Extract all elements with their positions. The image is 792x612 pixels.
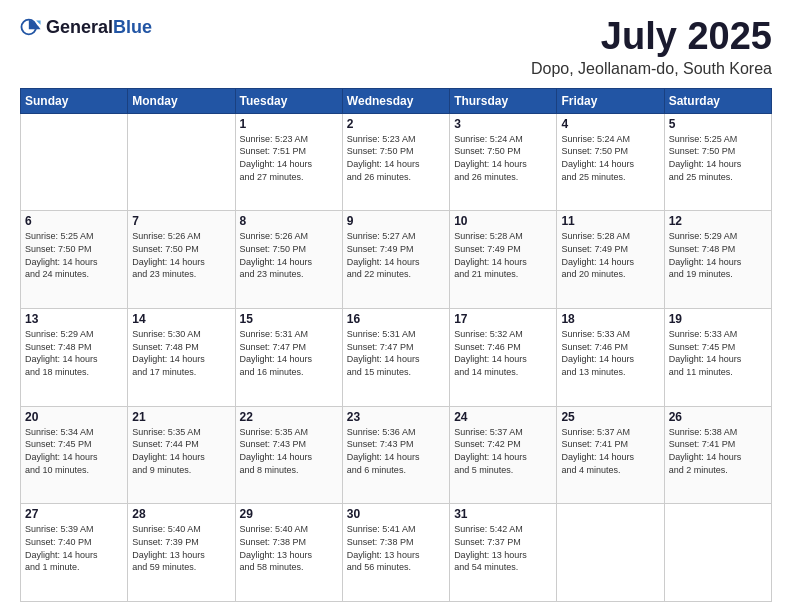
daylight-text: Daylight: 14 hours and 22 minutes.: [347, 256, 445, 281]
day-info: Sunrise: 5:42 AMSunset: 7:37 PMDaylight:…: [454, 523, 552, 573]
day-number: 9: [347, 214, 445, 228]
day-number: 24: [454, 410, 552, 424]
calendar-cell: 23Sunrise: 5:36 AMSunset: 7:43 PMDayligh…: [342, 406, 449, 504]
sunset-text: Sunset: 7:46 PM: [561, 341, 659, 354]
calendar-cell: 27Sunrise: 5:39 AMSunset: 7:40 PMDayligh…: [21, 504, 128, 602]
sunrise-text: Sunrise: 5:25 AM: [25, 230, 123, 243]
day-number: 20: [25, 410, 123, 424]
daylight-text: Daylight: 14 hours and 17 minutes.: [132, 353, 230, 378]
col-tuesday: Tuesday: [235, 88, 342, 113]
day-number: 31: [454, 507, 552, 521]
daylight-text: Daylight: 14 hours and 4 minutes.: [561, 451, 659, 476]
sunrise-text: Sunrise: 5:27 AM: [347, 230, 445, 243]
daylight-text: Daylight: 14 hours and 1 minute.: [25, 549, 123, 574]
sunrise-text: Sunrise: 5:40 AM: [240, 523, 338, 536]
calendar-cell: 31Sunrise: 5:42 AMSunset: 7:37 PMDayligh…: [450, 504, 557, 602]
day-number: 17: [454, 312, 552, 326]
daylight-text: Daylight: 14 hours and 20 minutes.: [561, 256, 659, 281]
sunrise-text: Sunrise: 5:40 AM: [132, 523, 230, 536]
day-info: Sunrise: 5:27 AMSunset: 7:49 PMDaylight:…: [347, 230, 445, 280]
sunset-text: Sunset: 7:47 PM: [347, 341, 445, 354]
calendar-cell: 10Sunrise: 5:28 AMSunset: 7:49 PMDayligh…: [450, 211, 557, 309]
calendar-week-5: 27Sunrise: 5:39 AMSunset: 7:40 PMDayligh…: [21, 504, 772, 602]
sunrise-text: Sunrise: 5:39 AM: [25, 523, 123, 536]
daylight-text: Daylight: 14 hours and 25 minutes.: [669, 158, 767, 183]
calendar-cell: 3Sunrise: 5:24 AMSunset: 7:50 PMDaylight…: [450, 113, 557, 211]
daylight-text: Daylight: 13 hours and 54 minutes.: [454, 549, 552, 574]
sunrise-text: Sunrise: 5:33 AM: [669, 328, 767, 341]
day-number: 19: [669, 312, 767, 326]
day-number: 14: [132, 312, 230, 326]
day-info: Sunrise: 5:29 AMSunset: 7:48 PMDaylight:…: [25, 328, 123, 378]
sunset-text: Sunset: 7:50 PM: [561, 145, 659, 158]
location-title: Dopo, Jeollanam-do, South Korea: [531, 60, 772, 78]
day-info: Sunrise: 5:25 AMSunset: 7:50 PMDaylight:…: [25, 230, 123, 280]
daylight-text: Daylight: 14 hours and 11 minutes.: [669, 353, 767, 378]
calendar-cell: 22Sunrise: 5:35 AMSunset: 7:43 PMDayligh…: [235, 406, 342, 504]
daylight-text: Daylight: 14 hours and 21 minutes.: [454, 256, 552, 281]
daylight-text: Daylight: 14 hours and 27 minutes.: [240, 158, 338, 183]
logo-icon: [20, 16, 42, 38]
sunset-text: Sunset: 7:50 PM: [669, 145, 767, 158]
sunrise-text: Sunrise: 5:42 AM: [454, 523, 552, 536]
sunset-text: Sunset: 7:49 PM: [454, 243, 552, 256]
calendar-cell: 7Sunrise: 5:26 AMSunset: 7:50 PMDaylight…: [128, 211, 235, 309]
day-info: Sunrise: 5:35 AMSunset: 7:44 PMDaylight:…: [132, 426, 230, 476]
calendar-cell: 13Sunrise: 5:29 AMSunset: 7:48 PMDayligh…: [21, 309, 128, 407]
day-info: Sunrise: 5:40 AMSunset: 7:38 PMDaylight:…: [240, 523, 338, 573]
sunrise-text: Sunrise: 5:26 AM: [240, 230, 338, 243]
calendar-cell: 9Sunrise: 5:27 AMSunset: 7:49 PMDaylight…: [342, 211, 449, 309]
calendar-week-4: 20Sunrise: 5:34 AMSunset: 7:45 PMDayligh…: [21, 406, 772, 504]
daylight-text: Daylight: 14 hours and 19 minutes.: [669, 256, 767, 281]
sunrise-text: Sunrise: 5:37 AM: [561, 426, 659, 439]
daylight-text: Daylight: 14 hours and 8 minutes.: [240, 451, 338, 476]
day-number: 29: [240, 507, 338, 521]
daylight-text: Daylight: 14 hours and 26 minutes.: [347, 158, 445, 183]
day-info: Sunrise: 5:40 AMSunset: 7:39 PMDaylight:…: [132, 523, 230, 573]
sunset-text: Sunset: 7:47 PM: [240, 341, 338, 354]
calendar-cell: 15Sunrise: 5:31 AMSunset: 7:47 PMDayligh…: [235, 309, 342, 407]
day-info: Sunrise: 5:24 AMSunset: 7:50 PMDaylight:…: [561, 133, 659, 183]
day-info: Sunrise: 5:39 AMSunset: 7:40 PMDaylight:…: [25, 523, 123, 573]
calendar-week-3: 13Sunrise: 5:29 AMSunset: 7:48 PMDayligh…: [21, 309, 772, 407]
calendar-cell: 21Sunrise: 5:35 AMSunset: 7:44 PMDayligh…: [128, 406, 235, 504]
daylight-text: Daylight: 13 hours and 56 minutes.: [347, 549, 445, 574]
calendar-header-row: Sunday Monday Tuesday Wednesday Thursday…: [21, 88, 772, 113]
day-number: 21: [132, 410, 230, 424]
calendar-cell: [557, 504, 664, 602]
day-number: 8: [240, 214, 338, 228]
calendar-cell: [664, 504, 771, 602]
sunrise-text: Sunrise: 5:30 AM: [132, 328, 230, 341]
sunrise-text: Sunrise: 5:33 AM: [561, 328, 659, 341]
daylight-text: Daylight: 14 hours and 18 minutes.: [25, 353, 123, 378]
calendar-cell: 12Sunrise: 5:29 AMSunset: 7:48 PMDayligh…: [664, 211, 771, 309]
calendar-cell: 16Sunrise: 5:31 AMSunset: 7:47 PMDayligh…: [342, 309, 449, 407]
day-number: 30: [347, 507, 445, 521]
sunset-text: Sunset: 7:38 PM: [240, 536, 338, 549]
day-info: Sunrise: 5:28 AMSunset: 7:49 PMDaylight:…: [454, 230, 552, 280]
calendar-cell: 2Sunrise: 5:23 AMSunset: 7:50 PMDaylight…: [342, 113, 449, 211]
daylight-text: Daylight: 14 hours and 13 minutes.: [561, 353, 659, 378]
logo-general: General: [46, 17, 113, 37]
day-info: Sunrise: 5:33 AMSunset: 7:46 PMDaylight:…: [561, 328, 659, 378]
sunrise-text: Sunrise: 5:28 AM: [454, 230, 552, 243]
day-number: 10: [454, 214, 552, 228]
day-number: 3: [454, 117, 552, 131]
day-number: 5: [669, 117, 767, 131]
sunset-text: Sunset: 7:39 PM: [132, 536, 230, 549]
day-info: Sunrise: 5:37 AMSunset: 7:41 PMDaylight:…: [561, 426, 659, 476]
header: GeneralBlue July 2025 Dopo, Jeollanam-do…: [20, 16, 772, 78]
day-number: 25: [561, 410, 659, 424]
sunset-text: Sunset: 7:43 PM: [347, 438, 445, 451]
day-info: Sunrise: 5:25 AMSunset: 7:50 PMDaylight:…: [669, 133, 767, 183]
day-number: 27: [25, 507, 123, 521]
sunset-text: Sunset: 7:50 PM: [25, 243, 123, 256]
calendar-cell: 19Sunrise: 5:33 AMSunset: 7:45 PMDayligh…: [664, 309, 771, 407]
daylight-text: Daylight: 13 hours and 58 minutes.: [240, 549, 338, 574]
calendar-cell: 8Sunrise: 5:26 AMSunset: 7:50 PMDaylight…: [235, 211, 342, 309]
calendar-cell: 20Sunrise: 5:34 AMSunset: 7:45 PMDayligh…: [21, 406, 128, 504]
day-info: Sunrise: 5:33 AMSunset: 7:45 PMDaylight:…: [669, 328, 767, 378]
day-info: Sunrise: 5:23 AMSunset: 7:51 PMDaylight:…: [240, 133, 338, 183]
sunset-text: Sunset: 7:41 PM: [561, 438, 659, 451]
col-sunday: Sunday: [21, 88, 128, 113]
